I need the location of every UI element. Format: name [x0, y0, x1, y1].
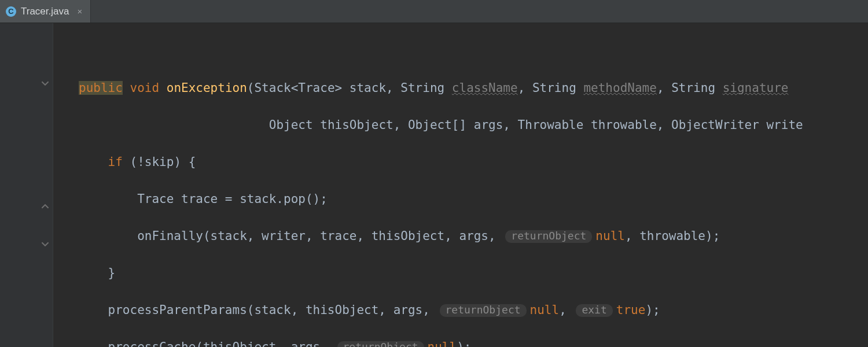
tab-title: Tracer.java — [21, 6, 69, 17]
code-area[interactable]: public void onException(Stack<Trace> sta… — [53, 23, 868, 347]
editor-gutter[interactable] — [0, 23, 53, 347]
file-tab-tracer[interactable]: C Tracer.java × — [0, 0, 91, 23]
fold-handle-icon[interactable] — [41, 79, 49, 87]
code-line[interactable]: processParentParams(stack, thisObject, a… — [79, 301, 868, 319]
code-line[interactable]: if (!skip) { — [79, 153, 868, 171]
close-icon[interactable]: × — [77, 6, 82, 16]
code-line[interactable]: onFinally(stack, writer, trace, thisObje… — [79, 227, 868, 245]
inlay-hint: returnObject — [440, 304, 527, 317]
fold-handle-icon[interactable] — [41, 202, 49, 211]
inlay-hint: exit — [576, 304, 612, 317]
code-editor[interactable]: public void onException(Stack<Trace> sta… — [0, 23, 868, 347]
inlay-hint: returnObject — [337, 341, 424, 348]
fold-handle-icon[interactable] — [41, 240, 49, 248]
class-file-icon: C — [6, 6, 16, 17]
tab-bar: C Tracer.java × — [0, 0, 868, 23]
inlay-hint: returnObject — [505, 230, 592, 243]
code-line[interactable]: Trace trace = stack.pop(); — [79, 190, 868, 208]
code-line[interactable]: Object thisObject, Object[] args, Throwa… — [79, 116, 868, 134]
code-line[interactable]: public void onException(Stack<Trace> sta… — [79, 79, 868, 97]
code-line[interactable]: processCache(thisObject, args, returnObj… — [79, 338, 868, 347]
code-line[interactable]: } — [79, 264, 868, 282]
